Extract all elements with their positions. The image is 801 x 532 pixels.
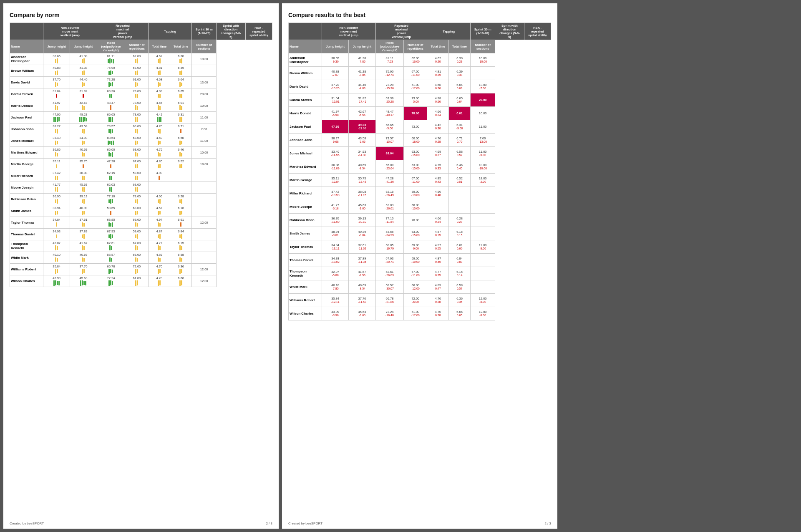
compare-cell — [470, 67, 495, 80]
compare-cell: 48.47 -40.17 — [375, 107, 404, 120]
compare-cell: 31.82 -17.41 — [349, 93, 375, 107]
data-cell: 37.61 — [70, 217, 97, 229]
athlete-name: Smith James — [10, 205, 43, 217]
compare-cell: 68.85 -19.79 — [375, 240, 404, 254]
data-cell: 18.00 — [191, 159, 216, 170]
compare-cell: 6.58 0.57 — [449, 280, 471, 294]
data-cell: 40.10 — [43, 252, 70, 264]
footer-left-page: 2 / 3 — [266, 522, 272, 525]
compare-cell: 77.10 -11.54 — [375, 214, 404, 227]
data-cell: 33.40 — [43, 135, 70, 147]
table-row: Taylor Thomas 34.84 37.61 68.85 69.00 4.… — [10, 217, 272, 229]
data-cell: 61.00 — [125, 275, 149, 287]
data-cell: 42.07 — [43, 240, 70, 252]
col2-header-ncmj: Non-countermove mentvertical jump — [322, 23, 376, 40]
athlete-name: Johnson John — [10, 124, 43, 135]
data-cell: 59.00 — [125, 170, 149, 182]
compare-cell: 73.00 — [404, 120, 427, 134]
compare-row: Moore Joseph 41.77 -6.18 45.63 -3.60 62.… — [289, 200, 551, 214]
compare-row: Martinez Edward 36.86 -11.09 40.69 -8.54… — [289, 160, 551, 174]
col-header-sprint30: Sprint 30 m(1-10-20) — [191, 23, 216, 40]
table-row: Miller Richard 37.42 38.08 62.15 59.00 4… — [10, 170, 272, 182]
athlete-name: White Mark — [10, 252, 43, 264]
compare-row: Taylor Thomas 34.84 -13.11 37.61 -11.62 … — [289, 240, 551, 254]
compare-cell: 62.00 -16.00 — [404, 53, 427, 67]
athlete-name-2: Robinson Brian — [289, 214, 322, 227]
data-cell — [191, 252, 216, 264]
subheader-tapping: Number ofrepetitions — [125, 40, 149, 53]
athlete-name: Williams Robert — [10, 264, 43, 275]
compare-cell: 6.66 0.65 — [449, 307, 471, 320]
data-cell: 41.67 — [70, 240, 97, 252]
compare-norm-table: Non-countermove mentvertical jump Repeat… — [10, 23, 272, 287]
footer-right-page: 2 / 3 — [544, 522, 551, 525]
data-cell: 4.66 — [149, 100, 170, 112]
athlete-name-2: Thomas Daniel — [289, 254, 322, 267]
athlete-name: Anderson Christopher — [10, 53, 43, 65]
athlete-name: Thomas Daniel — [10, 229, 43, 240]
athlete-name: Wilson Charles — [10, 275, 43, 287]
athlete-name-2: Harris Donald — [289, 107, 322, 120]
compare-cell: 61.00 -17.00 — [404, 307, 427, 320]
data-cell: 6.39 — [170, 65, 192, 77]
compare-cell: 10.00 -10.00 — [470, 160, 495, 174]
data-cell: 36.95 — [43, 194, 70, 205]
athlete-name: Thompson Kenneth — [10, 240, 43, 252]
data-cell: 4.85 — [149, 159, 170, 170]
athlete-name-2: Anderson Christopher — [289, 53, 322, 67]
compare-cell: 49.23 -21.99 — [349, 120, 375, 134]
data-cell: 31.82 — [70, 88, 97, 100]
compare-cell: 78.00 — [404, 107, 427, 120]
subheader2-sprint-dir: Total time — [449, 40, 471, 53]
data-cell: 66.65 — [97, 112, 125, 124]
data-cell: 4.68 — [149, 77, 170, 88]
athlete-name: Robinson Brian — [10, 194, 43, 205]
data-cell: 10.00 — [191, 53, 216, 65]
data-cell: 88.64 — [97, 135, 125, 147]
compare-cell: 37.42 -10.53 — [322, 187, 349, 200]
table-row: Thomas Daniel 34.93 37.89 67.93 59.00 4.… — [10, 229, 272, 240]
data-cell: 4.69 — [149, 135, 170, 147]
col-header-name — [10, 23, 43, 40]
data-cell: 47.95 — [43, 112, 70, 124]
data-cell: 36.86 — [43, 147, 70, 159]
compare-cell: 62.61 -26.03 — [375, 267, 404, 280]
data-cell: 68.00 — [125, 182, 149, 194]
data-cell: 42.67 — [70, 100, 97, 112]
compare-cell: 73.57 -15.07 — [375, 134, 404, 147]
data-cell: 12.00 — [191, 217, 216, 229]
compare-cell: 73.28 -15.36 — [375, 80, 404, 93]
compare-cell: 41.38 -7.85 — [349, 67, 375, 80]
data-cell — [191, 229, 216, 240]
data-cell: 37.89 — [70, 229, 97, 240]
athlete-name-2: Brown William — [289, 67, 322, 80]
data-cell: 34.93 — [43, 229, 70, 240]
compare-cell: 40.69 -8.54 — [349, 280, 375, 294]
data-cell: 6.58 — [170, 252, 192, 264]
data-cell: 4.70 — [149, 264, 170, 275]
table-row: Robinson Brian 36.95 39.13 77.10 78.00 4… — [10, 194, 272, 205]
data-cell: 10.00 — [191, 147, 216, 159]
compare-row: Jones Michael 33.40 -14.55 34.93 -14.30 … — [289, 147, 551, 160]
data-cell: 62.00 — [125, 53, 149, 65]
compare-cell: 6.46 0.45 — [449, 160, 471, 174]
compare-cell: 34.93 -13.02 — [322, 254, 349, 267]
compare-cell: 73.00 -5.00 — [404, 93, 427, 107]
compare-cell: 6.58 0.57 — [449, 147, 471, 160]
data-cell: 63.00 — [125, 135, 149, 147]
data-cell: 75.90 — [97, 65, 125, 77]
athlete-name: Garcia Steven — [10, 88, 43, 100]
compare-cell: 67.00 -11.00 — [404, 267, 427, 280]
table-row: Williams Robert 35.84 37.70 66.78 72.00 … — [10, 264, 272, 275]
data-cell: 72.00 — [125, 264, 149, 275]
compare-cell: 13.00 -7.00 — [470, 80, 495, 93]
compare-cell: 63.00 -15.00 — [404, 227, 427, 240]
data-cell — [191, 170, 216, 182]
compare-cell: 42.67 -6.56 — [349, 107, 375, 120]
compare-cell: 6.01 — [449, 107, 471, 120]
data-cell: 4.87 — [149, 229, 170, 240]
compare-row: Williams Robert 35.84 -12.11 37.70 -11.5… — [289, 294, 551, 307]
compare-cell: 45.63 -3.60 — [349, 200, 375, 214]
compare-cell: 67.00 -11.00 — [404, 174, 427, 187]
compare-cell: 36.86 -11.09 — [322, 160, 349, 174]
